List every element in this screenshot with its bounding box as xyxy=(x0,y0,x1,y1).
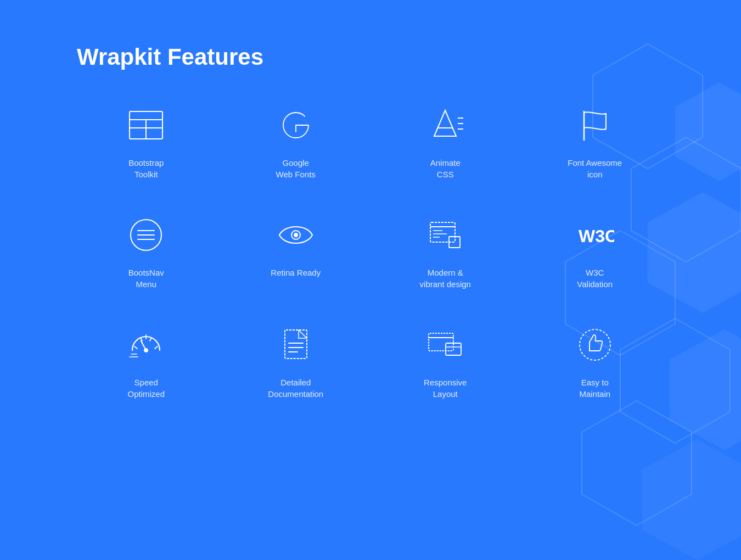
feature-modern-design: Modern &vibrant design xyxy=(376,213,515,290)
svg-line-35 xyxy=(150,338,151,341)
google-web-fonts-label: GoogleWeb Fonts xyxy=(276,157,316,180)
w3c-validation-label: W3CValidation xyxy=(577,267,613,290)
modern-design-label: Modern &vibrant design xyxy=(420,267,471,290)
feature-detailed-docs: DetailedDocumentation xyxy=(227,323,366,400)
modern-design-icon xyxy=(423,213,467,257)
main-container: Wrapkit Features BootstrapToolkit xyxy=(0,0,741,444)
feature-animate-css: AnimateCSS xyxy=(376,103,515,180)
feature-google-web-fonts: GoogleWeb Fonts xyxy=(227,103,366,180)
feature-speed-optimized: SpeedOptimized xyxy=(77,323,216,400)
retina-ready-label: Retina Ready xyxy=(271,267,321,278)
animate-css-icon xyxy=(423,103,467,147)
feature-bootstrap-toolkit: BootstrapToolkit xyxy=(77,103,216,180)
detailed-docs-label: DetailedDocumentation xyxy=(268,377,323,400)
feature-w3c-validation: W3C W3CValidation xyxy=(526,213,665,290)
feature-font-awesome: Font Awesomeicon xyxy=(526,103,665,180)
feature-retina-ready: Retina Ready xyxy=(227,213,366,290)
svg-marker-13 xyxy=(434,110,456,136)
responsive-layout-icon xyxy=(423,323,467,367)
svg-rect-25 xyxy=(430,222,455,242)
detailed-docs-icon xyxy=(274,323,318,367)
features-grid: BootstrapToolkit GoogleWeb Fonts xyxy=(77,103,664,400)
svg-rect-41 xyxy=(285,330,307,359)
svg-marker-8 xyxy=(642,439,741,560)
svg-line-33 xyxy=(141,338,142,341)
page-title: Wrapkit Features xyxy=(77,44,664,70)
google-web-fonts-icon xyxy=(274,103,318,147)
w3c-validation-icon: W3C xyxy=(573,213,617,257)
retina-ready-icon xyxy=(274,213,318,257)
svg-line-36 xyxy=(155,346,158,349)
svg-point-24 xyxy=(294,233,297,237)
bootstrap-toolkit-icon xyxy=(124,103,168,147)
font-awesome-label: Font Awesomeicon xyxy=(568,157,622,180)
easy-maintain-icon xyxy=(573,323,617,367)
feature-easy-maintain: Easy toMaintain xyxy=(526,323,665,400)
svg-point-49 xyxy=(580,329,610,360)
animate-css-label: AnimateCSS xyxy=(430,157,461,180)
easy-maintain-label: Easy toMaintain xyxy=(579,377,610,400)
svg-line-32 xyxy=(134,346,137,349)
bootsnav-menu-label: BootsNavMenu xyxy=(128,267,164,290)
bootsnav-menu-icon xyxy=(124,213,168,257)
svg-text:W3C: W3C xyxy=(579,226,614,246)
feature-responsive-layout: ResponsiveLayout xyxy=(376,323,515,400)
svg-rect-45 xyxy=(429,333,453,351)
font-awesome-icon xyxy=(573,103,617,147)
bootstrap-toolkit-label: BootstrapToolkit xyxy=(128,157,164,180)
svg-point-38 xyxy=(144,349,148,352)
speed-optimized-label: SpeedOptimized xyxy=(127,377,165,400)
feature-bootsnav-menu: BootsNavMenu xyxy=(77,213,216,290)
speed-optimized-icon xyxy=(124,323,168,367)
responsive-layout-label: ResponsiveLayout xyxy=(424,377,467,400)
